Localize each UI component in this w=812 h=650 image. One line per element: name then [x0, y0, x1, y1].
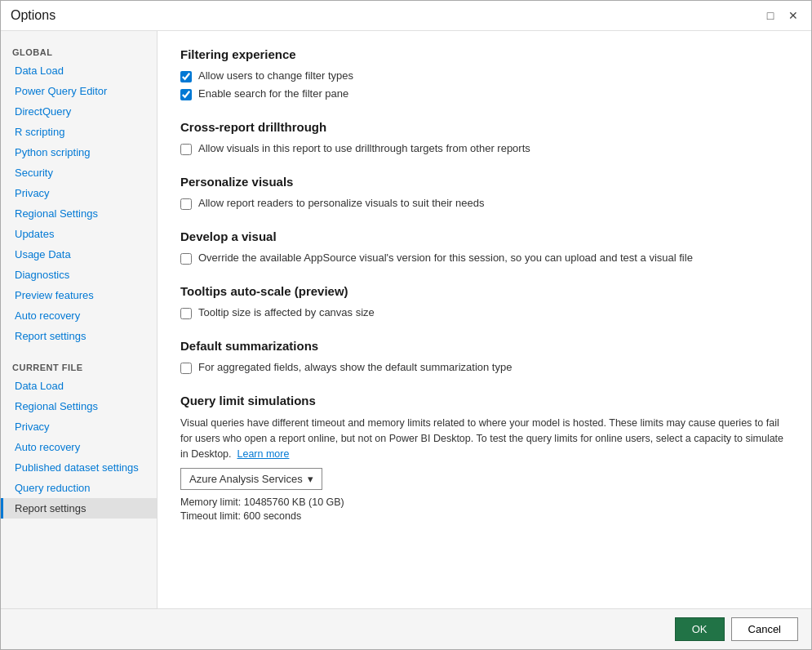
global-section-label: GLOBAL	[1, 41, 157, 60]
checkbox-show-default-summary[interactable]	[180, 363, 192, 374]
section-title-tooltips: Tooltips auto-scale (preview)	[180, 284, 788, 298]
checkbox-row-drillthrough: Allow visuals in this report to use dril…	[180, 142, 788, 155]
memory-limit-text: Memory limit: 10485760 KB (10 GB)	[180, 496, 788, 508]
label-override-appsource: Override the available AppSource visual'…	[198, 252, 693, 264]
label-allow-personalize: Allow report readers to personalize visu…	[198, 197, 484, 209]
section-develop-visual: Develop a visual Override the available …	[180, 229, 788, 265]
label-enable-search-filter: Enable search for the filter pane	[198, 87, 348, 100]
checkbox-row-develop: Override the available AppSource visual'…	[180, 252, 788, 265]
sidebar-item-privacy[interactable]: Privacy	[1, 183, 157, 203]
footer: OK Cancel	[1, 608, 811, 649]
checkbox-allow-filter-types[interactable]	[180, 71, 192, 82]
section-title-query-limit: Query limit simulations	[180, 394, 788, 407]
cancel-button[interactable]: Cancel	[731, 617, 798, 641]
query-limit-description: Visual queries have different timeout an…	[180, 416, 788, 461]
sidebar-item-preview-features[interactable]: Preview features	[1, 285, 157, 305]
label-show-default-summary: For aggregated fields, always show the d…	[198, 361, 512, 373]
checkbox-row-enable-search: Enable search for the filter pane	[180, 87, 788, 100]
sidebar-item-cf-regional-settings[interactable]: Regional Settings	[1, 396, 157, 416]
sidebar-item-cf-published-dataset[interactable]: Published dataset settings	[1, 457, 157, 478]
sidebar-item-usage-data[interactable]: Usage Data	[1, 244, 157, 265]
title-bar: Options □ ✕	[1, 1, 811, 31]
checkbox-allow-drillthrough[interactable]	[180, 144, 192, 155]
dialog-body: GLOBAL Data Load Power Query Editor Dire…	[1, 31, 811, 608]
section-title-personalize: Personalize visuals	[180, 175, 788, 189]
current-file-section-label: CURRENT FILE	[1, 356, 157, 376]
section-tooltips: Tooltips auto-scale (preview) Tooltip si…	[180, 284, 788, 319]
section-title-cross-report: Cross-report drillthrough	[180, 120, 788, 134]
sidebar-item-r-scripting[interactable]: R scripting	[1, 122, 157, 142]
sidebar-item-data-load[interactable]: Data Load	[1, 60, 157, 81]
sidebar: GLOBAL Data Load Power Query Editor Dire…	[1, 31, 158, 608]
sidebar-item-cf-data-load[interactable]: Data Load	[1, 376, 157, 396]
main-content: Filtering experience Allow users to chan…	[158, 31, 811, 608]
label-tooltip-canvas: Tooltip size is affected by canvas size	[198, 306, 375, 318]
sidebar-item-report-settings-global[interactable]: Report settings	[1, 326, 157, 346]
section-title-filtering: Filtering experience	[180, 47, 788, 61]
main-scroll-area[interactable]: Filtering experience Allow users to chan…	[158, 31, 811, 608]
section-filtering-experience: Filtering experience Allow users to chan…	[180, 47, 788, 100]
close-button[interactable]: ✕	[785, 7, 801, 24]
section-cross-report: Cross-report drillthrough Allow visuals …	[180, 120, 788, 155]
timeout-limit-text: Timeout limit: 600 seconds	[180, 510, 788, 522]
section-default-summarizations: Default summarizations For aggregated fi…	[180, 339, 788, 374]
checkbox-enable-search-filter[interactable]	[180, 89, 192, 100]
checkbox-row-tooltip: Tooltip size is affected by canvas size	[180, 306, 788, 319]
checkbox-tooltip-canvas[interactable]	[180, 308, 192, 319]
dropdown-arrow-icon: ▾	[308, 473, 313, 485]
sidebar-item-cf-privacy[interactable]: Privacy	[1, 416, 157, 437]
sidebar-item-diagnostics[interactable]: Diagnostics	[1, 265, 157, 285]
section-personalize-visuals: Personalize visuals Allow report readers…	[180, 175, 788, 210]
checkbox-allow-personalize[interactable]	[180, 198, 192, 210]
options-dialog: Options □ ✕ GLOBAL Data Load Power Query…	[0, 0, 812, 650]
sidebar-item-power-query-editor[interactable]: Power Query Editor	[1, 81, 157, 101]
checkbox-row-summarizations: For aggregated fields, always show the d…	[180, 361, 788, 374]
checkbox-row-allow-filter: Allow users to change filter types	[180, 69, 788, 82]
section-title-summarizations: Default summarizations	[180, 339, 788, 353]
section-title-develop: Develop a visual	[180, 229, 788, 243]
label-allow-filter-types: Allow users to change filter types	[198, 69, 353, 82]
sidebar-item-auto-recovery[interactable]: Auto recovery	[1, 305, 157, 326]
sidebar-item-cf-auto-recovery[interactable]: Auto recovery	[1, 437, 157, 457]
sidebar-item-python-scripting[interactable]: Python scripting	[1, 142, 157, 162]
minimize-button[interactable]: □	[762, 7, 779, 24]
window-controls: □ ✕	[762, 7, 801, 24]
sidebar-item-cf-query-reduction[interactable]: Query reduction	[1, 478, 157, 498]
section-query-limit: Query limit simulations Visual queries h…	[180, 394, 788, 522]
learn-more-link[interactable]: Learn more	[237, 448, 289, 460]
dropdown-label: Azure Analysis Services	[189, 473, 303, 485]
ok-button[interactable]: OK	[675, 617, 725, 641]
sidebar-item-security[interactable]: Security	[1, 162, 157, 183]
checkbox-row-personalize: Allow report readers to personalize visu…	[180, 197, 788, 210]
dialog-title: Options	[11, 8, 55, 23]
sidebar-item-updates[interactable]: Updates	[1, 224, 157, 244]
sidebar-item-directquery[interactable]: DirectQuery	[1, 101, 157, 122]
checkbox-override-appsource[interactable]	[180, 253, 192, 265]
sidebar-item-regional-settings[interactable]: Regional Settings	[1, 203, 157, 224]
label-allow-drillthrough: Allow visuals in this report to use dril…	[198, 142, 530, 154]
capacity-dropdown[interactable]: Azure Analysis Services ▾	[180, 468, 322, 490]
sidebar-item-cf-report-settings[interactable]: Report settings	[1, 498, 157, 519]
